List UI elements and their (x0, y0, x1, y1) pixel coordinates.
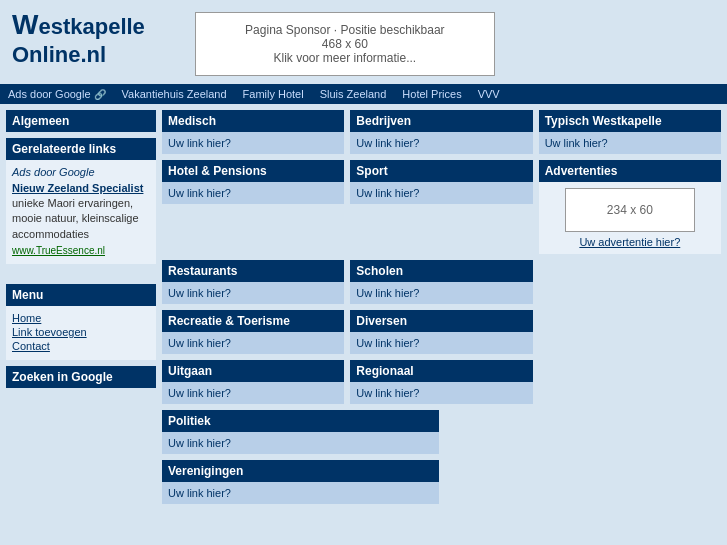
advertenties-header: Advertenties (539, 160, 721, 182)
cat-sport-header: Sport (350, 160, 532, 182)
cat-verenigingen-header: Verenigingen (162, 460, 439, 482)
ad-title-link[interactable]: Nieuw Zeeland Specialist (12, 182, 150, 194)
content-inner: Medisch Uw link hier? Bedrijven Uw link … (162, 110, 721, 504)
row-1: Medisch Uw link hier? Bedrijven Uw link … (162, 110, 721, 154)
cat-restaurants: Restaurants Uw link hier? (162, 260, 344, 304)
ads-google-small: Ads door Google (12, 166, 150, 178)
cat-politiek-body: Uw link hier? (162, 432, 439, 454)
cat-sport-body: Uw link hier? (350, 182, 532, 204)
empty-col3-row5 (539, 360, 721, 404)
cat-regionaal: Regionaal Uw link hier? (350, 360, 532, 404)
gerelateerde-content: Ads door Google Nieuw Zeeland Specialist… (6, 160, 156, 264)
cat-typisch-link[interactable]: Uw link hier? (545, 137, 608, 149)
cat-regionaal-body: Uw link hier? (350, 382, 532, 404)
top-navigation: Ads door Google 🔗 Vakantiehuis Zeeland F… (0, 84, 727, 104)
cat-typisch: Typisch Westkapelle Uw link hier? (539, 110, 721, 154)
sponsor-line1: Pagina Sponsor · Positie beschikbaar (216, 23, 474, 37)
gerelateerde-section: Gerelateerde links Ads door Google Nieuw… (6, 138, 156, 264)
advertenties-link[interactable]: Uw advertentie hier? (545, 236, 715, 248)
topnav-link-3[interactable]: Hotel Prices (402, 88, 461, 100)
sidebar: Algemeen Gerelateerde links Ads door Goo… (6, 110, 156, 504)
menu-section: Menu Home Link toevoegen Contact (6, 284, 156, 360)
cat-restaurants-link[interactable]: Uw link hier? (168, 287, 231, 299)
cat-regionaal-link[interactable]: Uw link hier? (356, 387, 419, 399)
ad-description: unieke Maori ervaringen, mooie natuur, k… (12, 196, 150, 242)
cat-verenigingen-link[interactable]: Uw link hier? (168, 487, 231, 499)
cat-diversen-body: Uw link hier? (350, 332, 532, 354)
sponsor-line2: 468 x 60 (216, 37, 474, 51)
cat-verenigingen-body: Uw link hier? (162, 482, 439, 504)
menu-contact[interactable]: Contact (12, 340, 150, 352)
menu-home[interactable]: Home (12, 312, 150, 324)
cat-bedrijven: Bedrijven Uw link hier? (350, 110, 532, 154)
logo-line1: estkapelle (38, 14, 144, 39)
cat-bedrijven-header: Bedrijven (350, 110, 532, 132)
cat-recreatie-header: Recreatie & Toerisme (162, 310, 344, 332)
cat-scholen-link[interactable]: Uw link hier? (356, 287, 419, 299)
cat-restaurants-body: Uw link hier? (162, 282, 344, 304)
row-7: Verenigingen Uw link hier? (162, 460, 721, 504)
cat-politiek-link[interactable]: Uw link hier? (168, 437, 231, 449)
content-area: Medisch Uw link hier? Bedrijven Uw link … (162, 110, 721, 504)
gerelateerde-header: Gerelateerde links (6, 138, 156, 160)
topnav-link-0[interactable]: Vakantiehuis Zeeland (122, 88, 227, 100)
cat-uitgaan-header: Uitgaan (162, 360, 344, 382)
menu-header: Menu (6, 284, 156, 306)
external-icon: 🔗 (94, 89, 106, 100)
algemeen-section: Algemeen (6, 110, 156, 132)
empty-row6 (445, 410, 722, 454)
cat-medisch-body: Uw link hier? (162, 132, 344, 154)
cat-diversen-link[interactable]: Uw link hier? (356, 337, 419, 349)
cat-recreatie: Recreatie & Toerisme Uw link hier? (162, 310, 344, 354)
advertenties-banner: 234 x 60 (565, 188, 695, 232)
cat-bedrijven-link[interactable]: Uw link hier? (356, 137, 419, 149)
header: Westkapelle Online.nl Pagina Sponsor · P… (0, 0, 727, 84)
cat-politiek: Politiek Uw link hier? (162, 410, 439, 454)
row-4: Recreatie & Toerisme Uw link hier? Diver… (162, 310, 721, 354)
cat-typisch-body: Uw link hier? (539, 132, 721, 154)
cat-uitgaan-body: Uw link hier? (162, 382, 344, 404)
site-logo: Westkapelle Online.nl (12, 8, 145, 68)
row-6: Politiek Uw link hier? (162, 410, 721, 454)
ads-text: Ads door Google (8, 88, 91, 100)
cat-medisch: Medisch Uw link hier? (162, 110, 344, 154)
menu-content: Home Link toevoegen Contact (6, 306, 156, 360)
cat-sport-link[interactable]: Uw link hier? (356, 187, 419, 199)
algemeen-header: Algemeen (6, 110, 156, 132)
advertenties-body: 234 x 60 Uw advertentie hier? (539, 182, 721, 254)
cat-scholen: Scholen Uw link hier? (350, 260, 532, 304)
cat-recreatie-body: Uw link hier? (162, 332, 344, 354)
topnav-link-1[interactable]: Family Hotel (243, 88, 304, 100)
main-content: Algemeen Gerelateerde links Ads door Goo… (0, 104, 727, 510)
row-5: Uitgaan Uw link hier? Regionaal Uw link … (162, 360, 721, 404)
zoeken-section: Zoeken in Google (6, 366, 156, 388)
cat-uitgaan-link[interactable]: Uw link hier? (168, 387, 231, 399)
cat-recreatie-link[interactable]: Uw link hier? (168, 337, 231, 349)
cat-medisch-link[interactable]: Uw link hier? (168, 137, 231, 149)
ads-label: Ads door Google 🔗 (8, 88, 106, 100)
sponsor-box[interactable]: Pagina Sponsor · Positie beschikbaar 468… (195, 12, 495, 76)
cat-scholen-header: Scholen (350, 260, 532, 282)
cat-bedrijven-body: Uw link hier? (350, 132, 532, 154)
cat-diversen-header: Diversen (350, 310, 532, 332)
ad-site-link[interactable]: www.TrueEssence.nl (12, 245, 150, 256)
empty-row7 (445, 460, 722, 504)
sponsor-line3: Klik voor meer informatie... (216, 51, 474, 65)
cat-scholen-body: Uw link hier? (350, 282, 532, 304)
cat-verenigingen: Verenigingen Uw link hier? (162, 460, 439, 504)
menu-link-toevoegen[interactable]: Link toevoegen (12, 326, 150, 338)
advertenties-box: Advertenties 234 x 60 Uw advertentie hie… (539, 160, 721, 254)
logo-line2: Online.nl (12, 42, 106, 67)
cat-hotel-body: Uw link hier? (162, 182, 344, 204)
ads-google-text: Ads door Google (12, 166, 95, 178)
cat-politiek-header: Politiek (162, 410, 439, 432)
cat-medisch-header: Medisch (162, 110, 344, 132)
row-2: Hotel & Pensions Uw link hier? Sport Uw … (162, 160, 721, 254)
cat-diversen: Diversen Uw link hier? (350, 310, 532, 354)
topnav-link-4[interactable]: VVV (478, 88, 500, 100)
topnav-link-2[interactable]: Sluis Zeeland (320, 88, 387, 100)
cat-uitgaan: Uitgaan Uw link hier? (162, 360, 344, 404)
cat-hotel-link[interactable]: Uw link hier? (168, 187, 231, 199)
empty-col3-row4 (539, 310, 721, 354)
cat-hotel-header: Hotel & Pensions (162, 160, 344, 182)
